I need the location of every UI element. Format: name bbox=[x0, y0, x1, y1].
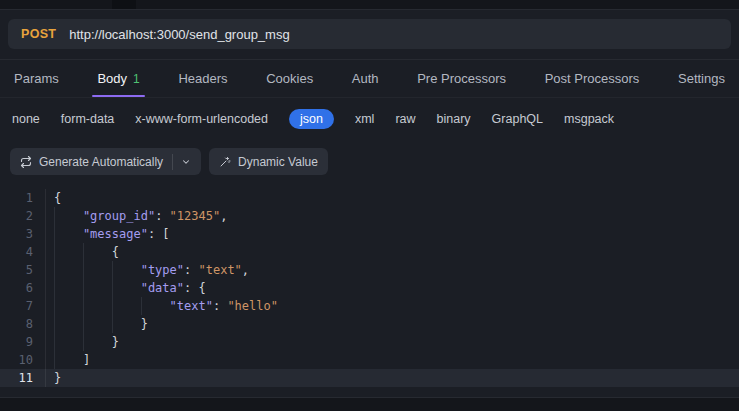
chevron-down-icon[interactable] bbox=[172, 154, 191, 170]
json-punct: } bbox=[112, 335, 119, 349]
tab-label: Auth bbox=[352, 71, 379, 86]
tab-label: Cookies bbox=[266, 71, 313, 86]
body-type-msgpack[interactable]: msgpack bbox=[564, 112, 614, 126]
tab-cookies[interactable]: Cookies bbox=[266, 60, 313, 97]
method-label[interactable]: POST bbox=[21, 27, 56, 41]
url-bar[interactable]: POST http://localhost:3000/send_group_ms… bbox=[8, 19, 731, 49]
json-punct: : bbox=[155, 209, 169, 223]
indent-guide bbox=[112, 315, 141, 333]
line-number: 7 bbox=[0, 297, 46, 315]
json-editor[interactable]: 1{2"group_id": "12345",3"message": [4{5"… bbox=[0, 185, 739, 387]
code-content: { bbox=[46, 243, 119, 261]
json-string: "text" bbox=[198, 263, 241, 277]
body-type-graphql[interactable]: GraphQL bbox=[492, 112, 543, 126]
json-string: "12345" bbox=[170, 209, 221, 223]
json-key: "data" bbox=[141, 281, 184, 295]
tab-label: Pre Processors bbox=[417, 71, 506, 86]
tab-body[interactable]: Body1 bbox=[97, 60, 139, 97]
api-client-window: POST http://localhost:3000/send_group_ms… bbox=[0, 0, 739, 387]
body-type-x-www-form-urlencoded[interactable]: x-www-form-urlencoded bbox=[135, 112, 268, 126]
indent-guide bbox=[141, 297, 170, 315]
request-url-row: POST http://localhost:3000/send_group_ms… bbox=[0, 10, 739, 60]
body-type-form-data[interactable]: form-data bbox=[61, 112, 115, 126]
url-text[interactable]: http://localhost:3000/send_group_msg bbox=[69, 27, 289, 42]
code-content: "text": "hello" bbox=[46, 297, 278, 315]
code-content: } bbox=[46, 369, 61, 387]
code-line[interactable]: 2"group_id": "12345", bbox=[0, 207, 739, 225]
code-line[interactable]: 6"data": { bbox=[0, 279, 739, 297]
indent-guide bbox=[54, 333, 83, 351]
tab-label: Params bbox=[14, 71, 59, 86]
code-content: "message": [ bbox=[46, 225, 170, 243]
line-number: 10 bbox=[0, 351, 46, 369]
code-line[interactable]: 1{ bbox=[0, 189, 739, 207]
magic-wand-icon bbox=[219, 156, 231, 168]
code-line[interactable]: 10] bbox=[0, 351, 739, 369]
tab-post-processors[interactable]: Post Processors bbox=[545, 60, 640, 97]
json-punct: { bbox=[54, 191, 61, 205]
json-key: "text" bbox=[170, 299, 213, 313]
code-content: "group_id": "12345", bbox=[46, 207, 227, 225]
tab-label: Headers bbox=[178, 71, 227, 86]
line-number: 5 bbox=[0, 261, 46, 279]
json-string: "hello" bbox=[227, 299, 278, 313]
indent-guide bbox=[54, 207, 83, 225]
indent-guide bbox=[112, 297, 141, 315]
indent-guide bbox=[54, 297, 83, 315]
line-number: 11 bbox=[0, 369, 46, 387]
refresh-icon bbox=[20, 156, 32, 168]
indent-guide bbox=[112, 261, 141, 279]
line-number: 6 bbox=[0, 279, 46, 297]
tab-settings[interactable]: Settings bbox=[678, 60, 725, 97]
statusbar-strip bbox=[0, 397, 739, 411]
json-punct: , bbox=[242, 263, 249, 277]
json-punct: { bbox=[112, 245, 119, 259]
indent-guide bbox=[54, 225, 83, 243]
indent-guide bbox=[83, 261, 112, 279]
code-line[interactable]: 11} bbox=[0, 369, 739, 387]
tab-auth[interactable]: Auth bbox=[352, 60, 379, 97]
indent-guide bbox=[83, 243, 112, 261]
body-type-raw[interactable]: raw bbox=[395, 112, 415, 126]
body-type-json[interactable]: json bbox=[289, 109, 334, 129]
generate-automatically-button[interactable]: Generate Automatically bbox=[10, 148, 201, 175]
json-punct: } bbox=[141, 317, 148, 331]
json-key: "type" bbox=[141, 263, 184, 277]
json-punct: : [ bbox=[148, 227, 170, 241]
code-line[interactable]: 8} bbox=[0, 315, 739, 333]
tab-headers[interactable]: Headers bbox=[178, 60, 227, 97]
code-line[interactable]: 5"type": "text", bbox=[0, 261, 739, 279]
tab-pre-processors[interactable]: Pre Processors bbox=[417, 60, 506, 97]
indent-guide bbox=[54, 279, 83, 297]
body-type-none[interactable]: none bbox=[12, 112, 40, 126]
code-line[interactable]: 7"text": "hello" bbox=[0, 297, 739, 315]
body-toolbar: Generate Automatically Dynamic Value bbox=[0, 138, 739, 185]
json-key: "message" bbox=[83, 227, 148, 241]
tab-params[interactable]: Params bbox=[14, 60, 59, 97]
indent-guide bbox=[83, 297, 112, 315]
line-number: 4 bbox=[0, 243, 46, 261]
json-punct: ] bbox=[83, 353, 90, 367]
indent-guide bbox=[83, 333, 112, 351]
json-punct: } bbox=[54, 371, 61, 385]
json-punct: : { bbox=[184, 281, 206, 295]
dynamic-value-button[interactable]: Dynamic Value bbox=[209, 148, 328, 175]
json-key: "group_id" bbox=[83, 209, 155, 223]
code-content: ] bbox=[46, 351, 90, 369]
code-line[interactable]: 9} bbox=[0, 333, 739, 351]
titlebar-notch bbox=[112, 0, 136, 9]
body-type-binary[interactable]: binary bbox=[437, 112, 471, 126]
body-type-xml[interactable]: xml bbox=[355, 112, 374, 126]
line-number: 3 bbox=[0, 225, 46, 243]
code-line[interactable]: 4{ bbox=[0, 243, 739, 261]
json-punct: , bbox=[220, 209, 227, 223]
titlebar-strip bbox=[0, 0, 739, 10]
code-content: "data": { bbox=[46, 279, 206, 297]
code-line[interactable]: 3"message": [ bbox=[0, 225, 739, 243]
tab-label: Settings bbox=[678, 71, 725, 86]
code-content: { bbox=[46, 189, 61, 207]
tab-count-badge: 1 bbox=[133, 72, 140, 86]
line-number: 9 bbox=[0, 333, 46, 351]
code-content: } bbox=[46, 333, 119, 351]
indent-guide bbox=[112, 279, 141, 297]
